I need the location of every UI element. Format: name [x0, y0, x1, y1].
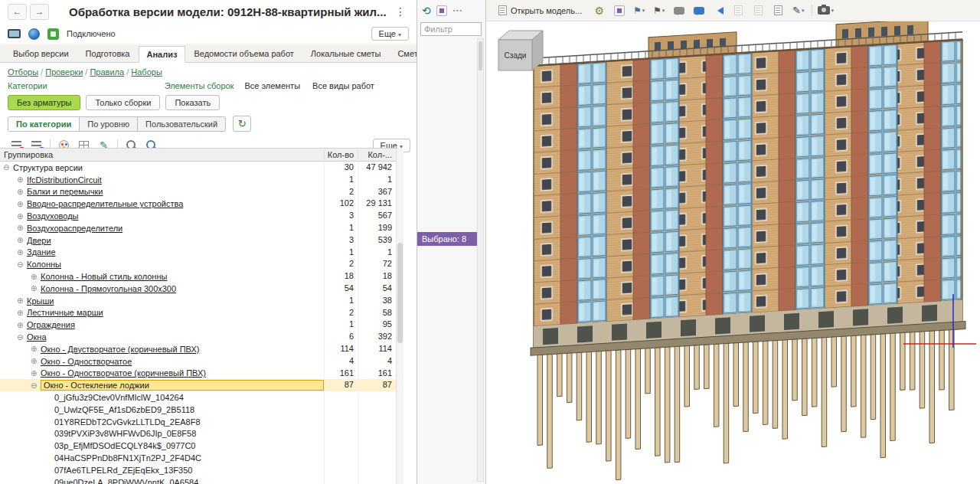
table-row[interactable]: ⊕Колонна - Новый стиль колонны1818 [0, 270, 396, 283]
expand-icon[interactable]: ⊕ [17, 236, 27, 244]
page-title: Обработка версии модели: 0912Н-88-кварти… [69, 5, 389, 18]
view-plan-icon[interactable]: ⚑▾ [650, 3, 668, 18]
floor-plan-icon[interactable]: ⚑▾ [630, 3, 648, 18]
table-row[interactable]: 01Y8REDbT2CvGvkzLLTLDq_2EA8F8 [0, 416, 396, 428]
group-mode-0[interactable]: По категории [8, 116, 80, 132]
expand-icon[interactable]: ⊕ [17, 296, 27, 305]
only-assemblies-button[interactable]: Только сборки [86, 95, 160, 110]
table-row[interactable]: 0_UwlzQF5E_Af1sD6zbED9_2B5118 [0, 404, 396, 416]
table-row[interactable]: ⊕Вводно-распределительные устройства1022… [0, 198, 396, 210]
camera-icon[interactable]: ▾ [817, 3, 835, 18]
all-elements-link[interactable]: Все элементы [244, 81, 300, 90]
table-row[interactable]: ⊕Колонна - Прямоугольная 300x3005454 [0, 283, 396, 295]
table-row[interactable]: ⊖Окна6392 [0, 331, 396, 343]
expand-icon[interactable]: ⊕ [17, 212, 27, 221]
collapse-icon[interactable]: ⊖ [17, 333, 27, 342]
table-row[interactable]: 039tPVXiP3v8WHFWvD6JIp_0E8F58 [0, 428, 396, 440]
expand-icon[interactable]: ⊕ [31, 357, 41, 365]
kebab-menu-icon[interactable]: ⋮ [392, 5, 409, 18]
table-row[interactable]: ⊖Колонны272 [0, 258, 396, 270]
viewer-select-frame-icon[interactable] [610, 3, 628, 18]
expand-icon[interactable]: ⊕ [31, 369, 41, 378]
table-row[interactable]: ⊕Крыши138 [0, 295, 396, 307]
assembly-elements-link[interactable]: Элементы сборок [165, 81, 234, 90]
open-model-button[interactable]: Открыть модель... [492, 2, 588, 18]
link-правила[interactable]: Правила [90, 67, 124, 77]
expand-icon[interactable]: ⊕ [31, 284, 41, 293]
link-проверки[interactable]: Проверки [45, 67, 83, 77]
tab-подготовка[interactable]: Подготовка [77, 45, 139, 62]
table-row[interactable]: 09ue0DzeLA_8PDjWWVnntK_0A6584 [0, 476, 396, 484]
expand-icon[interactable]: ⊕ [17, 188, 27, 196]
collapse-icon[interactable]: ⊖ [31, 381, 41, 390]
expand-icon[interactable]: ⊕ [17, 309, 27, 317]
viewer-settings-icon[interactable]: ⚙ [590, 3, 608, 18]
table-row[interactable]: 03p_EfjMfDSOdECQLY84k$_0977C0 [0, 440, 396, 452]
tab-ведомости-объема-работ[interactable]: Ведомости объема работ [185, 45, 302, 62]
tab-локальные-сметы[interactable]: Локальные сметы [302, 45, 390, 62]
scrollbar-thumb[interactable] [397, 243, 403, 343]
tab-сметы-контракта[interactable]: Сметы контракта [389, 45, 417, 62]
expand-icon[interactable]: ⊕ [17, 224, 27, 232]
expand-icon[interactable]: ⊕ [17, 200, 27, 208]
table-row[interactable]: ⊕Воздухораспределители1199 [0, 222, 396, 234]
table-row[interactable]: ⊕Окно - Двустворчатое (коричневый ПВХ)11… [0, 343, 396, 355]
collapse-icon[interactable]: ⊖ [17, 260, 27, 269]
tab-анализ[interactable]: Анализ [139, 46, 186, 63]
table-row[interactable]: ⊕Балки и перемычки2367 [0, 186, 396, 198]
annotate-icon[interactable]: ✎▾ [789, 3, 807, 18]
refresh-button[interactable]: ↻ [233, 116, 251, 132]
view-cube[interactable]: Сзади [494, 28, 549, 78]
filter-input[interactable] [420, 22, 482, 36]
expand-icon[interactable]: ⊕ [31, 273, 41, 281]
sound-icon[interactable] [710, 3, 727, 18]
table-row[interactable]: 04HaCSPPnDb8FN1XjTn2PJ_2F4D4C [0, 452, 396, 464]
building-model[interactable] [486, 21, 980, 484]
expand-icon[interactable]: ⊕ [17, 175, 27, 184]
row-count: 54 [324, 283, 358, 295]
table-row[interactable]: ⊕Лестничные марши258 [0, 307, 396, 319]
more-ellipsis-icon[interactable]: ⋯ [452, 5, 462, 16]
more-button[interactable]: Еще▾ [371, 27, 409, 41]
table-row[interactable]: ⊕Двери3539 [0, 234, 396, 247]
scrollbar-thumb[interactable] [479, 41, 482, 70]
no-rebar-button[interactable]: Без арматуры [8, 95, 80, 110]
model-viewport[interactable]: Сзади [486, 21, 980, 484]
col-count2[interactable]: Кол-... [358, 150, 396, 159]
table-row[interactable]: ⊖Окно - Остекление лоджии8787 [0, 379, 396, 391]
expand-icon[interactable]: ⊕ [31, 345, 41, 353]
expand-icon[interactable]: ⊕ [17, 321, 27, 329]
table-row[interactable]: ⊕Окно - Одностворчатое44 [0, 355, 396, 368]
table-row[interactable]: ⊕Ограждения195 [0, 319, 396, 331]
tree-scrollbar[interactable] [396, 149, 403, 484]
link-наборы[interactable]: Наборы [131, 67, 162, 77]
all-work-types-link[interactable]: Все виды работ [312, 81, 374, 90]
row-label: Окно - Двустворчатое (коричневый ПВХ) [41, 345, 324, 354]
chat-icon[interactable] [690, 3, 707, 18]
back-button[interactable]: ← [8, 4, 27, 20]
tab-выбор-версии[interactable]: Выбор версии [5, 45, 77, 62]
select-frame-icon[interactable] [436, 5, 447, 16]
forward-button[interactable]: → [30, 4, 49, 20]
table-row[interactable]: ⊖Структура версии3047 942 [0, 162, 396, 174]
group-mode-1[interactable]: По уровню [79, 116, 138, 132]
table-row[interactable]: ⊕Здание11 [0, 247, 396, 259]
table-row[interactable]: ⊕IfcDistributionCircuit11 [0, 174, 396, 186]
table-row[interactable]: 0_jGfu3z9Ctev0VnfMIclW_104264 [0, 391, 396, 404]
link-отборы[interactable]: Отборы [8, 67, 38, 77]
tab-bar: Выбор версииПодготовкаАнализВедомости об… [0, 44, 416, 63]
report-icon[interactable] [769, 3, 787, 18]
table-row[interactable]: 07fAe6TLPELRd_ZEjEqEkx_13F350 [0, 464, 396, 476]
table-row[interactable]: ⊕Воздуховоды3567 [0, 210, 396, 222]
show-button[interactable]: Показать [165, 95, 220, 110]
selection-scrollbar[interactable] [477, 38, 484, 482]
col-count[interactable]: Кол-во [324, 150, 358, 159]
row-count2 [358, 391, 396, 404]
col-grouping[interactable]: Группировка [0, 150, 324, 159]
group-mode-2[interactable]: Пользовательский [137, 116, 226, 132]
history-icon[interactable]: ⟲ [422, 5, 431, 17]
expand-icon[interactable]: ⊕ [17, 248, 27, 257]
comment-icon[interactable] [670, 3, 688, 18]
table-row[interactable]: ⊕Окно - Одностворчатое (коричневый ПВХ)1… [0, 368, 396, 380]
collapse-icon[interactable]: ⊖ [3, 163, 13, 172]
